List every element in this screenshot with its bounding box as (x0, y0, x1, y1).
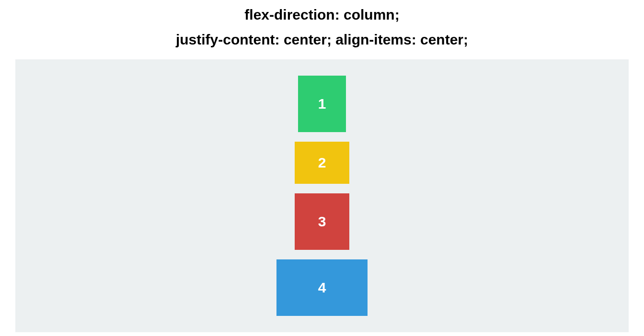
flex-container: 1 2 3 4 (15, 59, 629, 332)
heading-justify-align: justify-content: center; align-items: ce… (176, 32, 468, 48)
flex-item-label: 4 (318, 280, 326, 296)
diagram-headings: flex-direction: column; justify-content:… (176, 0, 468, 59)
flex-item-4: 4 (276, 259, 368, 316)
flex-item-2: 2 (295, 142, 349, 184)
flex-item-label: 3 (318, 213, 326, 230)
flex-item-label: 1 (318, 96, 326, 112)
heading-flex-direction: flex-direction: column; (176, 7, 468, 23)
flex-item-3: 3 (295, 193, 349, 250)
flex-item-1: 1 (298, 76, 346, 132)
flex-item-label: 2 (318, 155, 326, 171)
